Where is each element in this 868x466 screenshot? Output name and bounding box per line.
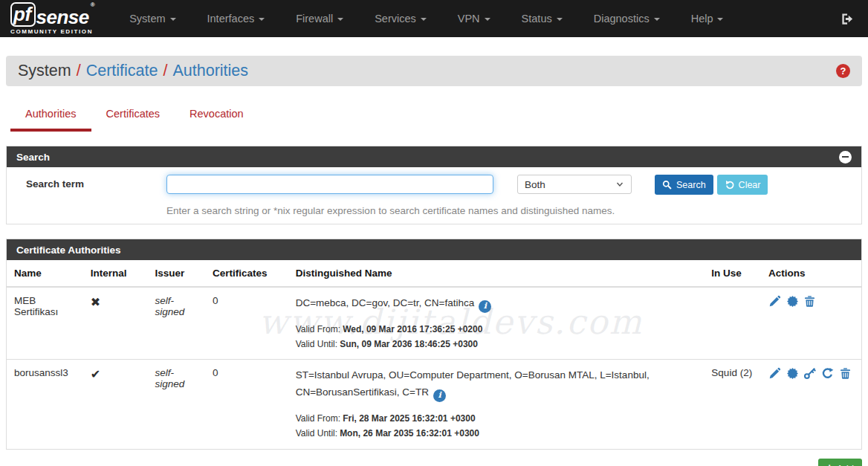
- caret-down-icon: [170, 18, 176, 21]
- menu-services[interactable]: Services: [359, 0, 442, 37]
- ca-name: borusanssl3: [7, 360, 83, 449]
- info-icon[interactable]: i: [433, 389, 446, 402]
- top-navbar: pfsense® COMMUNITY EDITION System Interf…: [0, 0, 868, 37]
- ca-name: MEB Sertifikası: [7, 287, 83, 360]
- breadcrumb-separator: /: [71, 62, 86, 80]
- tab-authorities[interactable]: Authorities: [10, 102, 91, 132]
- search-input[interactable]: [166, 175, 493, 194]
- col-header-internal: Internal: [83, 260, 148, 287]
- info-icon[interactable]: i: [479, 300, 491, 313]
- menu-firewall[interactable]: Firewall: [280, 0, 359, 37]
- search-panel: Search Search term Both Search Clear En: [6, 146, 862, 224]
- search-term-label: Search term: [26, 175, 166, 190]
- certificate-authorities-panel: Certificate Authorities Name Internal Is…: [6, 239, 862, 450]
- tab-certificates[interactable]: Certificates: [91, 102, 175, 132]
- col-header-name: Name: [7, 260, 83, 287]
- table-row: borusanssl3 ✔ self-signed 0 ST=Istanbul …: [7, 360, 861, 449]
- menu-help[interactable]: Help: [676, 0, 739, 37]
- ca-table: Name Internal Issuer Certificates Distin…: [7, 260, 861, 449]
- valid-from-date: Wed, 09 Mar 2016 17:36:25 +0200: [343, 324, 482, 334]
- menu-vpn[interactable]: VPN: [442, 0, 506, 37]
- caret-down-icon: [421, 18, 427, 21]
- edit-pencil-icon[interactable]: [768, 295, 781, 308]
- tab-revocation[interactable]: Revocation: [175, 102, 259, 132]
- ca-dn: DC=mebca, DC=gov, DC=tr, CN=fatihca: [296, 297, 475, 308]
- collapse-minus-icon[interactable]: [839, 151, 852, 164]
- ca-cert-count: 0: [205, 287, 288, 360]
- cross-icon: ✖: [91, 296, 100, 308]
- add-button[interactable]: + Add: [818, 459, 862, 466]
- search-panel-title: Search: [16, 152, 50, 163]
- col-header-inuse: In Use: [704, 260, 761, 287]
- breadcrumb-separator: /: [158, 62, 172, 80]
- menu-status[interactable]: Status: [506, 0, 578, 37]
- ca-in-use: [704, 287, 761, 360]
- caret-down-icon: [485, 18, 490, 21]
- ca-cert-count: 0: [205, 360, 288, 449]
- col-header-issuer: Issuer: [147, 260, 205, 287]
- breadcrumb-bar: System / Certificate / Authorities ?: [6, 56, 862, 86]
- col-header-dn: Distinguished Name: [288, 260, 705, 287]
- table-header-row: Name Internal Issuer Certificates Distin…: [7, 260, 861, 287]
- valid-from-label: Valid From:: [296, 413, 340, 424]
- logo-pf-mark: pf: [10, 2, 36, 27]
- valid-until-date: Mon, 26 Mar 2035 16:32:01 +0300: [340, 428, 479, 439]
- breadcrumb-root: System: [18, 62, 71, 80]
- registered-mark: ®: [91, 2, 94, 8]
- valid-until-label: Valid Until:: [296, 428, 337, 439]
- col-header-certificates: Certificates: [205, 260, 288, 287]
- menu-system[interactable]: System: [114, 0, 191, 37]
- caret-down-icon: [654, 18, 660, 21]
- export-certificate-icon[interactable]: [786, 367, 799, 380]
- logo-edition-text: COMMUNITY EDITION: [10, 29, 94, 35]
- logo-sense-text: sense: [36, 7, 89, 27]
- ca-dn: ST=Istanbul Avrupa, OU=Computer Departme…: [296, 369, 650, 398]
- search-button[interactable]: Search: [655, 175, 713, 195]
- search-panel-header: Search: [7, 146, 861, 167]
- delete-trash-icon[interactable]: [839, 367, 852, 380]
- export-certificate-icon[interactable]: [786, 295, 799, 308]
- menu-diagnostics[interactable]: Diagnostics: [578, 0, 676, 37]
- clear-button[interactable]: Clear: [717, 175, 768, 195]
- ca-in-use: Squid (2): [704, 360, 761, 449]
- ca-issuer: self-signed: [147, 287, 205, 360]
- table-row: MEB Sertifikası ✖ self-signed 0 DC=mebca…: [7, 287, 861, 360]
- breadcrumb: System / Certificate / Authorities: [18, 62, 248, 80]
- pfsense-logo[interactable]: pfsense® COMMUNITY EDITION: [10, 2, 94, 35]
- export-key-icon[interactable]: [803, 367, 816, 380]
- delete-trash-icon[interactable]: [803, 295, 816, 308]
- help-icon[interactable]: ?: [836, 64, 850, 78]
- page-tabs: Authorities Certificates Revocation: [10, 102, 868, 132]
- breadcrumb-link-certificate[interactable]: Certificate: [86, 62, 158, 80]
- valid-until-date: Sun, 09 Mar 2036 18:46:25 +0300: [340, 339, 478, 349]
- selected-scope: Both: [525, 179, 545, 190]
- breadcrumb-link-authorities[interactable]: Authorities: [172, 62, 248, 80]
- caret-down-icon: [259, 18, 265, 21]
- valid-from-label: Valid From:: [296, 324, 340, 334]
- ca-panel-title: Certificate Authorities: [16, 245, 121, 256]
- col-header-actions: Actions: [761, 260, 861, 287]
- chevron-down-icon: [615, 180, 624, 189]
- caret-down-icon: [717, 18, 723, 21]
- ca-panel-header: Certificate Authorities: [7, 239, 861, 260]
- caret-down-icon: [557, 18, 563, 21]
- ca-issuer: self-signed: [147, 360, 205, 449]
- edit-pencil-icon[interactable]: [768, 367, 781, 380]
- renew-refresh-icon[interactable]: [821, 367, 834, 380]
- valid-until-label: Valid Until:: [296, 339, 337, 349]
- search-hint-text: Enter a search string or *nix regular ex…: [166, 205, 861, 216]
- sign-out-icon[interactable]: [838, 9, 858, 29]
- menu-interfaces[interactable]: Interfaces: [192, 0, 281, 37]
- plus-icon: +: [826, 462, 833, 466]
- main-menu: System Interfaces Firewall Services VPN …: [114, 0, 739, 37]
- search-scope-select[interactable]: Both: [517, 175, 632, 194]
- caret-down-icon: [337, 18, 343, 21]
- valid-from-date: Fri, 28 Mar 2025 16:32:01 +0300: [343, 413, 475, 424]
- undo-icon: [725, 180, 735, 190]
- search-icon: [662, 180, 673, 190]
- check-icon: ✔: [91, 368, 100, 381]
